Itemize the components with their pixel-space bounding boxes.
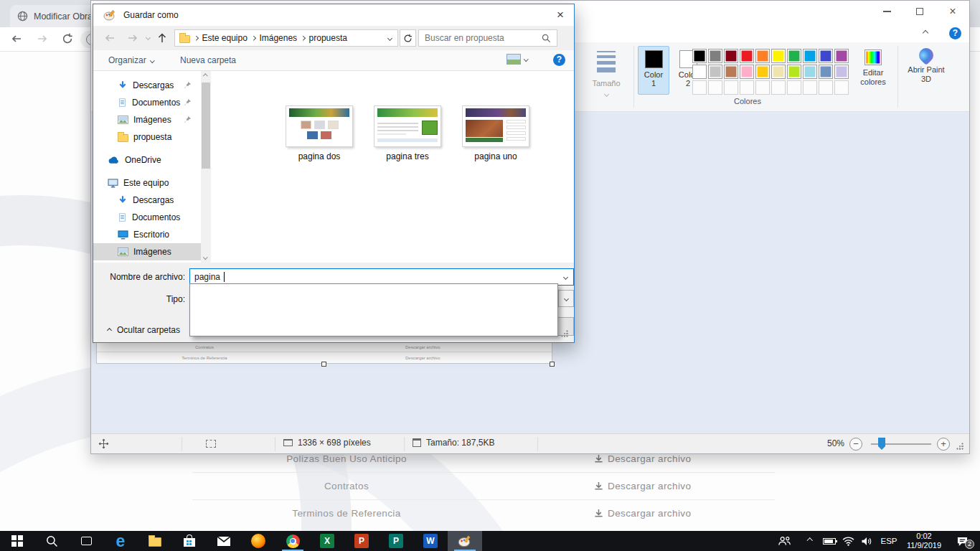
palette-swatch-empty[interactable] (834, 80, 849, 95)
search-input[interactable] (425, 33, 542, 43)
edit-colors-button[interactable]: Editar colores (853, 48, 893, 87)
sidebar-item-descargas-2[interactable]: Descargas (93, 192, 201, 209)
file-name-label[interactable]: pagina tres (374, 151, 441, 161)
search-box[interactable] (418, 29, 557, 47)
palette-swatch[interactable] (787, 49, 801, 63)
palette-swatch[interactable] (771, 49, 786, 63)
minimize-button[interactable] (870, 1, 903, 22)
palette-swatch[interactable] (834, 65, 849, 79)
palette-swatch[interactable] (771, 65, 786, 79)
sidebar-item-documentos[interactable]: Documentos (93, 94, 201, 111)
palette-swatch[interactable] (708, 49, 722, 63)
browser-reload-icon[interactable] (62, 33, 73, 44)
refresh-button[interactable] (400, 29, 416, 47)
file-thumbnail-pagina-dos[interactable] (286, 105, 353, 147)
taskbar-word[interactable]: W (413, 531, 448, 551)
download-link[interactable]: Descargar archivo (594, 453, 691, 464)
taskbar-edge[interactable]: e (103, 531, 138, 551)
address-bar[interactable]: Este equipo Imágenes propuesta (174, 29, 398, 47)
sidebar-scrollbar[interactable] (201, 71, 211, 263)
palette-swatch[interactable] (819, 49, 833, 63)
new-folder-button[interactable]: Nueva carpeta (180, 55, 236, 65)
file-name-label[interactable]: pagina uno (462, 151, 529, 161)
palette-swatch[interactable] (755, 65, 770, 79)
palette-swatch[interactable] (724, 65, 738, 79)
palette-swatch-empty[interactable] (819, 80, 833, 95)
browser-forward-icon[interactable] (36, 33, 49, 44)
hide-folders-button[interactable]: Ocultar carpetas (108, 325, 180, 335)
sidebar-item-onedrive[interactable]: OneDrive (93, 151, 201, 169)
taskbar-mail[interactable] (207, 531, 241, 551)
paint-help-button[interactable]: ? (949, 27, 961, 39)
maximize-button[interactable] (903, 1, 936, 22)
forward-icon[interactable] (126, 32, 139, 44)
recent-locations-icon[interactable] (146, 35, 151, 40)
palette-swatch[interactable] (708, 65, 722, 79)
taskbar-file-explorer[interactable] (138, 531, 172, 551)
zoom-out-button[interactable]: − (849, 438, 862, 451)
taskbar-publisher[interactable]: P (379, 531, 413, 551)
wifi-icon[interactable] (838, 531, 858, 551)
battery-icon[interactable] (819, 531, 839, 551)
color1-button[interactable]: Color 1 (638, 46, 669, 95)
sidebar-item-imagenes-2[interactable]: Imágenes (93, 243, 201, 260)
sidebar-item-propuesta[interactable]: propuesta (93, 128, 201, 146)
dialog-help-button[interactable]: ? (553, 54, 565, 66)
selection-handle[interactable] (321, 362, 326, 367)
open-paint3d-button[interactable]: Abrir Paint 3D (903, 47, 949, 84)
download-link[interactable]: Descargar archivo (594, 508, 691, 519)
people-icon[interactable] (773, 531, 795, 551)
palette-swatch-empty[interactable] (755, 80, 770, 95)
view-mode-button[interactable] (507, 54, 528, 65)
breadcrumb-item[interactable]: Imágenes (259, 33, 297, 43)
palette-swatch[interactable] (740, 49, 754, 63)
browser-back-icon[interactable] (10, 33, 23, 44)
volume-icon[interactable] (857, 531, 877, 551)
sidebar-item-imagenes[interactable]: Imágenes (93, 111, 201, 128)
up-icon[interactable] (156, 32, 168, 44)
palette-swatch[interactable] (819, 65, 833, 79)
palette-swatch[interactable] (692, 49, 707, 63)
task-view-button[interactable] (69, 531, 103, 551)
scrollbar-thumb[interactable] (202, 83, 210, 169)
zoom-slider-thumb[interactable] (878, 438, 885, 446)
filetype-dropdown-button[interactable] (558, 290, 574, 307)
show-hidden-icons-button[interactable] (801, 531, 819, 551)
collapse-ribbon-icon[interactable] (923, 30, 928, 36)
clock[interactable]: 0:02 11/9/2019 (901, 531, 947, 551)
palette-swatch-empty[interactable] (708, 80, 722, 95)
zoom-in-button[interactable]: + (937, 438, 950, 451)
breadcrumb-item[interactable]: Este equipo (202, 33, 248, 43)
organize-button[interactable]: Organizar (108, 55, 154, 65)
palette-swatch-empty[interactable] (771, 80, 786, 95)
breadcrumb-item[interactable]: propuesta (309, 33, 347, 43)
palette-swatch-empty[interactable] (787, 80, 801, 95)
selection-handle[interactable] (550, 362, 555, 367)
sidebar-item-escritorio[interactable]: Escritorio (93, 226, 201, 243)
size-button[interactable]: Tamaño (586, 48, 626, 98)
palette-swatch[interactable] (755, 49, 770, 63)
file-thumbnail-pagina-tres[interactable] (374, 105, 441, 147)
action-center-button[interactable]: 2 (948, 531, 976, 551)
file-thumbnail-pagina-uno[interactable] (462, 105, 529, 147)
palette-swatch[interactable] (787, 65, 801, 79)
taskbar-chrome[interactable] (275, 531, 310, 551)
sidebar-item-este-equipo[interactable]: Este equipo (93, 174, 201, 192)
taskbar-excel[interactable]: X (310, 531, 344, 551)
filename-autocomplete-dropdown[interactable] (189, 283, 558, 336)
close-button[interactable]: × (936, 1, 969, 22)
download-link[interactable]: Descargar archivo (594, 481, 691, 491)
back-icon[interactable] (103, 32, 116, 44)
palette-swatch[interactable] (803, 65, 817, 79)
palette-swatch-empty[interactable] (740, 80, 754, 95)
sidebar-item-descargas[interactable]: Descargas (93, 77, 201, 94)
dialog-close-button[interactable]: × (545, 4, 575, 26)
palette-swatch[interactable] (692, 65, 707, 79)
taskbar-store[interactable] (172, 531, 207, 551)
taskbar-search-button[interactable] (34, 531, 69, 551)
start-button[interactable] (0, 531, 34, 551)
palette-swatch[interactable] (803, 49, 817, 63)
palette-swatch[interactable] (724, 49, 738, 63)
palette-swatch[interactable] (740, 65, 754, 79)
palette-swatch-empty[interactable] (692, 80, 707, 95)
